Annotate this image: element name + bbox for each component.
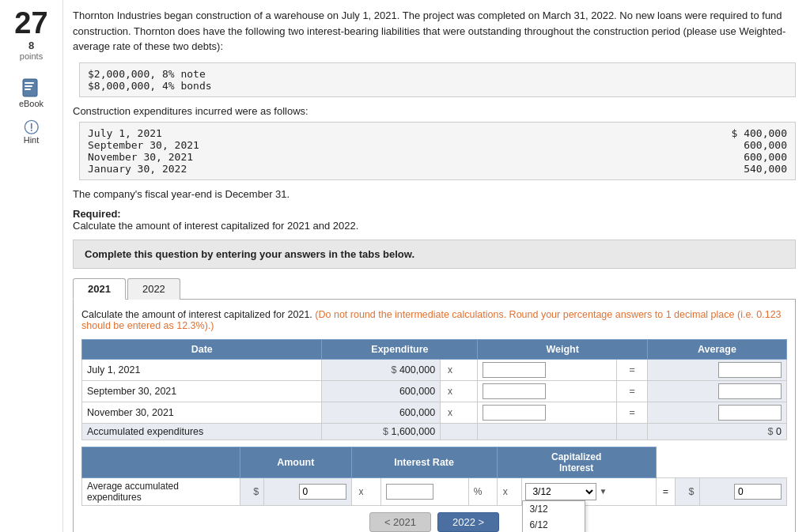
- th-average: Average: [647, 339, 786, 359]
- exp-date-4: January 30, 2022: [88, 163, 187, 175]
- percent-label: %: [468, 477, 497, 505]
- svg-rect-1: [25, 82, 34, 84]
- exp-amount-3: 600,000: [744, 151, 787, 163]
- accum-exp: $ 1,600,000: [322, 423, 441, 440]
- hint-button[interactable]: Hint: [24, 119, 40, 145]
- dropdown-popup[interactable]: 3/12 6/12: [522, 500, 585, 533]
- th-amount: Amount: [240, 447, 352, 477]
- required-text: Calculate the amount of interest capital…: [73, 220, 796, 232]
- hint-icon: [24, 119, 40, 135]
- tab-2021[interactable]: 2021: [73, 278, 126, 300]
- exp-date-1: July 1, 2021: [88, 127, 162, 139]
- th-expenditure: Expenditure: [322, 339, 478, 359]
- required-label: Required:: [73, 208, 796, 220]
- dropdown-option-2[interactable]: 6/12: [523, 517, 585, 533]
- table-row: July 1, 2021 $ 400,000 x =: [82, 359, 787, 380]
- accum-weight-empty: [478, 423, 617, 440]
- exp-amount-4: 540,000: [744, 163, 787, 175]
- exp-amount-2: 600,000: [744, 139, 787, 151]
- accum-x-empty: [441, 423, 478, 440]
- exp-date-3: November 30, 2021: [88, 151, 193, 163]
- date-cell-1: July 1, 2021: [82, 359, 322, 380]
- debt-table: $2,000,000, 8% note $8,000,000, 4% bonds: [79, 62, 796, 97]
- interest-table: Amount Interest Rate CapitalizedInterest…: [81, 447, 787, 506]
- x-label-1: x: [441, 359, 478, 380]
- dropdown-cell[interactable]: 3/12 6/12 9/12 12/12 ▼ 3/12 6/12: [522, 477, 656, 505]
- amount-value[interactable]: [264, 477, 351, 505]
- amount-dollar: $: [240, 477, 264, 505]
- weight-input-3[interactable]: [478, 402, 617, 423]
- avg-cell-1[interactable]: [647, 359, 786, 380]
- ebook-button[interactable]: eBook: [19, 77, 44, 108]
- accum-avg: $ 0: [647, 423, 786, 440]
- cap-int-dollar: $: [676, 477, 699, 505]
- amount-field[interactable]: [299, 484, 346, 500]
- accum-label: Accumulated expenditures: [82, 423, 322, 440]
- prev-button[interactable]: < 2021: [369, 512, 431, 532]
- th-row-label: [82, 447, 240, 477]
- avg-cell-3[interactable]: [647, 402, 786, 423]
- svg-rect-3: [25, 89, 31, 90]
- exp-amount-1: $ 400,000: [732, 127, 787, 139]
- weight-input-2[interactable]: [478, 380, 617, 402]
- hint-label: Hint: [24, 135, 40, 145]
- fiscal-year-text: The company's fiscal year-end is Decembe…: [73, 188, 796, 200]
- avg-field-1[interactable]: [718, 362, 782, 378]
- exp-cell-2: 600,000: [322, 380, 441, 402]
- avg-accum-label: Average accumulated expenditures: [82, 477, 240, 505]
- avg-field-3[interactable]: [718, 405, 782, 421]
- svg-rect-2: [25, 85, 32, 87]
- dropdown-option-1[interactable]: 3/12: [523, 501, 585, 517]
- expenditure-table: July 1, 2021$ 400,000 September 30, 2021…: [79, 122, 796, 180]
- eq-cell-2: =: [617, 380, 647, 402]
- weight-input-1[interactable]: [478, 359, 617, 380]
- avg-cell-2[interactable]: [647, 380, 786, 402]
- x-label-int: x: [351, 477, 381, 505]
- rate-field[interactable]: [386, 484, 433, 500]
- eq-cell-int: =: [656, 477, 676, 505]
- exp-cell-1: $ 400,000: [322, 359, 441, 380]
- x-label-2: x: [441, 380, 478, 402]
- ebook-label: eBook: [19, 99, 44, 108]
- svg-rect-0: [23, 79, 37, 96]
- weight-field-3[interactable]: [483, 405, 546, 421]
- question-number: 27: [14, 8, 47, 38]
- cap-int-field[interactable]: [734, 484, 782, 500]
- th-date: Date: [82, 339, 322, 359]
- tab-2022[interactable]: 2022: [127, 278, 180, 300]
- expenditures-label: Construction expenditures incurred were …: [73, 105, 796, 117]
- complete-box: Complete this question by entering your …: [73, 240, 796, 269]
- cap-int-value[interactable]: [699, 477, 786, 505]
- rate-input-cell[interactable]: [381, 477, 468, 505]
- table-row: November 30, 2021 600,000 x =: [82, 402, 787, 423]
- points-value: 8: [28, 40, 34, 51]
- weight-field-2[interactable]: [483, 383, 546, 399]
- weight-field-1[interactable]: [483, 362, 546, 378]
- points-label: points: [20, 51, 43, 61]
- problem-text: Thornton Industries began construction o…: [73, 8, 796, 55]
- tabs-row: 2021 2022: [73, 278, 796, 300]
- tab-content-2021: Calculate the amount of interest capital…: [73, 299, 796, 533]
- debt-row-1: $2,000,000, 8% note: [88, 68, 787, 80]
- accum-row: Accumulated expenditures $ 1,600,000 $ 0: [82, 423, 787, 440]
- avg-field-2[interactable]: [718, 383, 782, 399]
- instruction-text: Calculate the amount of interest capital…: [81, 309, 787, 331]
- date-cell-2: September 30, 2021: [82, 380, 322, 402]
- int-row: Average accumulated expenditures $ x % x: [82, 477, 787, 505]
- complete-box-text: Complete this question by entering your …: [85, 248, 414, 260]
- period-dropdown[interactable]: 3/12 6/12 9/12 12/12: [525, 483, 596, 500]
- svg-point-6: [30, 130, 32, 131]
- calc-table: Date Expenditure Weight Average July 1, …: [81, 339, 787, 440]
- nav-row: < 2021 2022 >: [81, 512, 787, 532]
- debt-row-2: $8,000,000, 4% bonds: [88, 80, 787, 92]
- exp-cell-3: 600,000: [322, 402, 441, 423]
- ebook-icon: [20, 77, 42, 99]
- dropdown-arrow-icon: ▼: [599, 487, 607, 496]
- exp-date-2: September 30, 2021: [88, 139, 199, 151]
- x2-label: x: [497, 477, 522, 505]
- table-row: September 30, 2021 600,000 x =: [82, 380, 787, 402]
- th-weight: Weight: [478, 339, 647, 359]
- next-button[interactable]: 2022 >: [437, 512, 499, 532]
- th-cap-int: CapitalizedInterest: [497, 447, 656, 477]
- accum-eq-empty: [617, 423, 647, 440]
